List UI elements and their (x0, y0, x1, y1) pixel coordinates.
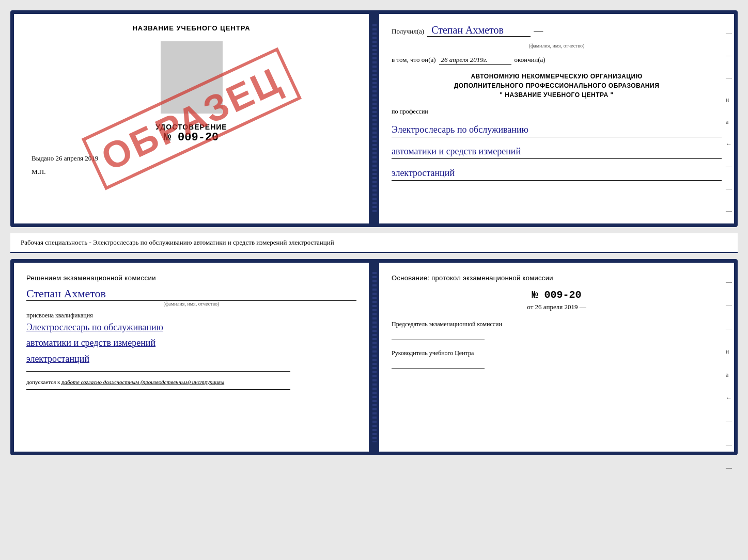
prisvoyena-text: присвоена квалификация (26, 312, 356, 319)
rukovodit-block: Руководитель учебного Центра (392, 348, 722, 369)
diploma-date: 26 апреля 2019г. (439, 56, 511, 65)
vtom-line: в том, что он(а) 26 апреля 2019г. окончи… (392, 56, 722, 65)
diploma-left-page: НАЗВАНИЕ УЧЕБНОГО ЦЕНТРА УДОСТОВЕРЕНИЕ №… (14, 14, 370, 223)
qual-right-page: Основание: протокол экзаменационной коми… (379, 263, 734, 452)
qual-left-page: Решением экзаменационной комиссии Степан… (14, 263, 370, 452)
qual-line2: автоматики и средств измерений (26, 335, 356, 351)
poluchil-label: Получил(а) (392, 27, 424, 36)
ot-date-line: от 26 апреля 2019 — (392, 303, 722, 311)
qual-bottom-line2 (26, 389, 290, 390)
vydano-label: Выдано (32, 154, 54, 162)
qual-bottom-line (26, 371, 290, 372)
professiya-line2: автоматики и средств измерений (392, 145, 722, 159)
qual-fio-label: (фамилия, имя, отчество) (26, 301, 356, 307)
qual-person-name: Степан Ахметов (26, 287, 356, 301)
person-name: Степан Ахметов (427, 24, 531, 37)
mp-label: М.П. (32, 168, 45, 175)
diploma-nomer: № 009-20 (155, 131, 227, 144)
ot-dash: — (580, 303, 586, 311)
page-container: НАЗВАНИЕ УЧЕБНОГО ЦЕНТРА УДОСТОВЕРЕНИЕ №… (10, 10, 738, 455)
professiya-line3: электростанций (392, 166, 722, 181)
right-dashes-qual: — — — и а ← — — — (726, 278, 732, 472)
dopuskaetsya-label: допускается к (26, 379, 60, 385)
mp-line: М.П. (26, 168, 356, 176)
qual-spine (370, 263, 379, 452)
udostoverenie-box: УДОСТОВЕРЕНИЕ № 009-20 (155, 123, 227, 144)
spine-decoration (372, 24, 377, 213)
vtom-label: в том, что он(а) (392, 56, 436, 64)
specialty-bar: Рабочая специальность - Электрослесарь п… (10, 233, 738, 253)
osnovanie-title: Основание: протокол экзаменационной коми… (392, 273, 722, 284)
chairman-label: Председатель экзаменационной комиссии (392, 319, 722, 329)
qual-line3: электростанций (26, 351, 356, 367)
ot-label: от (527, 303, 533, 311)
chairman-sign-line (392, 340, 485, 340)
professiya-label: по профессии (392, 108, 722, 116)
fio-label: (фамилия, имя, отчество) (392, 43, 722, 49)
diploma-spine (370, 14, 379, 223)
qual-spine-decoration (372, 272, 377, 442)
professiya-line1: Электрослесарь по обслуживанию (392, 123, 722, 137)
qual-line1: Электрослесарь по обслуживанию (26, 319, 356, 335)
diploma-book: НАЗВАНИЕ УЧЕБНОГО ЦЕНТРА УДОСТОВЕРЕНИЕ №… (10, 10, 738, 227)
diploma-center-title: НАЗВАНИЕ УЧЕБНОГО ЦЕНТРА (132, 24, 250, 32)
vydano-line: Выдано 26 апреля 2019 (26, 154, 356, 163)
chairman-block: Председатель экзаменационной комиссии (392, 319, 722, 340)
qualification-book: Решением экзаменационной комиссии Степан… (10, 259, 738, 455)
auto-org-line2: ДОПОЛНИТЕЛЬНОГО ПРОФЕССИОНАЛЬНОГО ОБРАЗО… (392, 81, 722, 90)
protocol-nomer: № 009-20 (392, 289, 722, 301)
dopuskaetsya-value: работе согласно должностным (производств… (61, 379, 224, 385)
auto-org-line3: " НАЗВАНИЕ УЧЕБНОГО ЦЕНТРА " (392, 90, 722, 100)
vydano-date: 26 апреля 2019 (56, 154, 99, 162)
rukovodit-sign-line (392, 369, 485, 369)
resheniem-title: Решением экзаменационной комиссии (26, 273, 356, 284)
ot-date: 26 апреля 2019 (535, 303, 578, 311)
auto-org-block: АВТОНОМНУЮ НЕКОММЕРЧЕСКУЮ ОРГАНИЗАЦИЮ ДО… (392, 72, 722, 100)
right-side-dashes: — — — и а ← — — — (726, 29, 732, 215)
auto-org-line1: АВТОНОМНУЮ НЕКОММЕРЧЕСКУЮ ОРГАНИЗАЦИЮ (392, 72, 722, 81)
photo-placeholder (161, 41, 223, 114)
rukovodit-label: Руководитель учебного Центра (392, 348, 722, 358)
specialty-text: Рабочая специальность - Электрослесарь п… (21, 238, 334, 246)
diploma-right-page: Получил(а) Степан Ахметов — (фамилия, им… (379, 14, 734, 223)
okonchil-label: окончил(а) (515, 56, 546, 64)
udostoverenie-title: УДОСТОВЕРЕНИЕ (155, 123, 227, 131)
dopuskaetsya-line: допускается к работе согласно должностны… (26, 379, 356, 385)
poluchil-line: Получил(а) Степан Ахметов — (392, 24, 722, 37)
